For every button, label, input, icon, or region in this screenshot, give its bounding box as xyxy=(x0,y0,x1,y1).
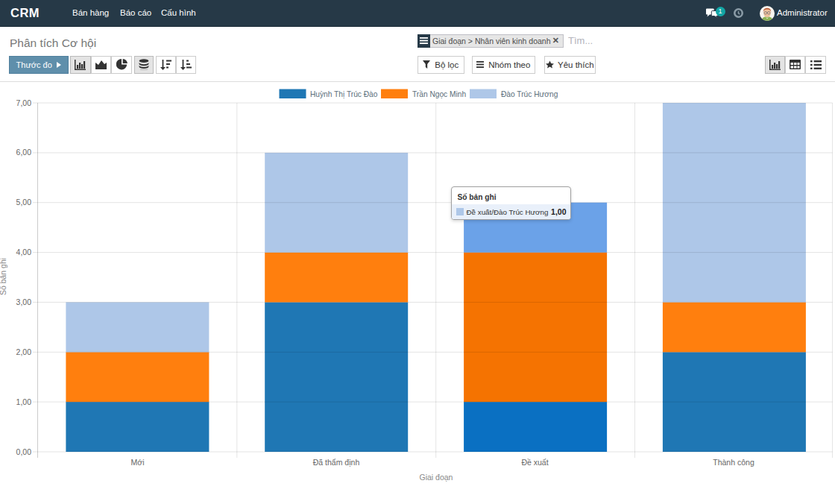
svg-text:Đề xuất: Đề xuất xyxy=(521,458,548,467)
svg-text:Mới: Mới xyxy=(131,458,145,467)
svg-text:Thành công: Thành công xyxy=(713,458,754,467)
svg-text:1,00: 1,00 xyxy=(16,397,32,406)
svg-text:Giai đoạn: Giai đoạn xyxy=(420,473,453,482)
svg-text:3,00: 3,00 xyxy=(16,297,32,306)
svg-text:Trần Ngọc Minh: Trần Ngọc Minh xyxy=(412,90,466,98)
svg-text:Huỳnh Thị Trúc Đào: Huỳnh Thị Trúc Đào xyxy=(310,90,378,98)
svg-text:5,00: 5,00 xyxy=(16,198,32,207)
svg-text:2,00: 2,00 xyxy=(16,347,32,356)
svg-text:6,00: 6,00 xyxy=(16,148,32,157)
svg-text:Số bản ghi: Số bản ghi xyxy=(0,258,7,295)
svg-text:Đào Trúc Hương: Đào Trúc Hương xyxy=(501,90,558,98)
svg-text:Đã thẩm định: Đã thẩm định xyxy=(313,458,360,467)
svg-text:0,00: 0,00 xyxy=(16,447,32,456)
svg-text:4,00: 4,00 xyxy=(16,248,32,256)
svg-text:7,00: 7,00 xyxy=(16,98,32,107)
